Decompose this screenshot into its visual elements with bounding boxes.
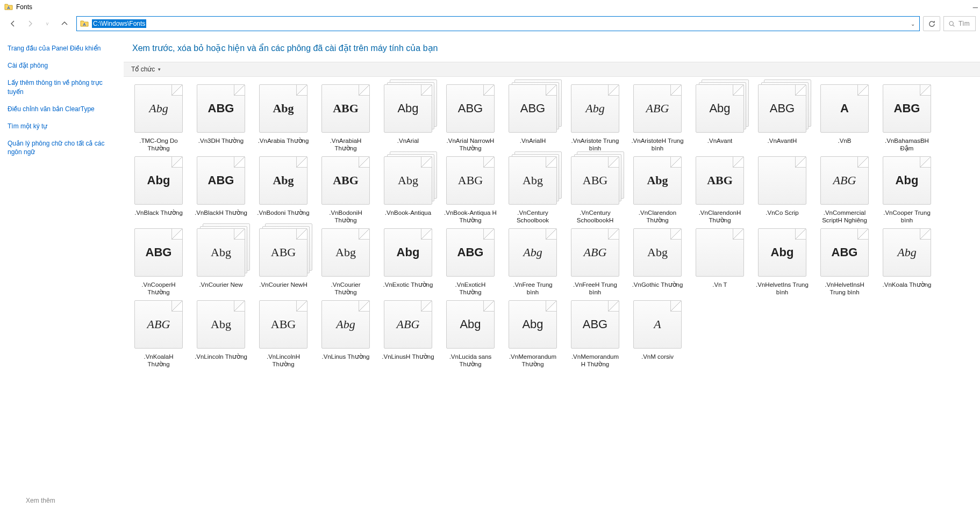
organize-button[interactable]: Tổ chức ▼	[131, 66, 161, 73]
address-bar[interactable]: A C:\Windows\Fonts ⌄	[76, 16, 920, 31]
font-item[interactable]: .Vn T	[693, 228, 746, 297]
search-input[interactable]: Tìm	[943, 16, 976, 31]
font-item[interactable]: ABG.Vn3DH Thường	[195, 84, 247, 153]
font-thumbnail: ABG	[134, 228, 183, 277]
font-item[interactable]: ABG.VnExoticH Thường	[444, 228, 497, 297]
recent-dropdown-icon[interactable]: v	[42, 18, 53, 29]
font-thumbnail: ABG	[134, 300, 183, 349]
font-item[interactable]: ABG.VnKoalaH Thường	[132, 300, 185, 369]
font-item[interactable]: Abg.VnKoala Thường	[881, 228, 933, 297]
font-item[interactable]: A.VnM corsiv	[631, 300, 684, 369]
sidebar-item[interactable]: Lấy thêm thông tin về phông trực tuyến	[8, 78, 116, 96]
font-label: .VnMemorandum Thường	[506, 353, 559, 369]
sidebar-item[interactable]: Trang đầu của Panel Điều khiển	[8, 44, 116, 53]
font-item[interactable]: ABG.VnBook-Antiqua H Thường	[444, 156, 497, 225]
font-thumbnail: ABG	[571, 156, 619, 205]
font-item[interactable]: ABG.VnFreeH Trung bình	[569, 228, 621, 297]
titlebar: A Fonts ─	[0, 0, 980, 14]
font-item[interactable]: Abg.VnAvant	[693, 84, 746, 153]
font-label: .VnFree Trung bình	[506, 281, 559, 297]
font-item[interactable]: Abg.VnBook-Antiqua	[382, 156, 434, 225]
font-item[interactable]: Abg.VnExotic Thường	[382, 228, 434, 297]
font-preview-text: Abg	[397, 245, 420, 259]
dogear-icon	[359, 229, 369, 240]
font-item[interactable]: Abg.VnCooper Trung bình	[881, 156, 933, 225]
font-item[interactable]: Abg.VnHelvetIns Trung bình	[756, 228, 809, 297]
font-thumbnail	[696, 228, 744, 277]
font-item[interactable]: Abg.VnFree Trung bình	[506, 228, 559, 297]
font-label: .VnBlack Thường	[134, 209, 183, 225]
address-path[interactable]: C:\Windows\Fonts	[92, 19, 146, 28]
font-item[interactable]: Abg.VnArabia Thường	[257, 84, 310, 153]
font-item[interactable]: Abg.VnArial	[382, 84, 434, 153]
font-thumbnail: ABG	[820, 156, 869, 205]
font-label: .VnArial NarrowH Thường	[444, 137, 497, 153]
sidebar-item[interactable]: Quản lý phông chữ cho tất cả các ngôn ng…	[8, 139, 116, 156]
font-item[interactable]: Abg.VnLincoln Thường	[195, 300, 247, 369]
font-item[interactable]: Abg.VnClarendon Thường	[631, 156, 684, 225]
font-label: .VnBodoni Thường	[257, 209, 309, 225]
font-item[interactable]: ABG.VnBlackH Thường	[195, 156, 247, 225]
font-label: .VnBook-Antiqua	[385, 209, 431, 225]
font-preview-text: Abg	[460, 317, 481, 331]
font-item[interactable]: ABG.VnCooperH Thường	[132, 228, 185, 297]
font-preview-text: Abg	[523, 173, 543, 187]
dogear-icon	[171, 85, 182, 96]
font-item[interactable]: Abg.VnBlack Thường	[132, 156, 185, 225]
refresh-button[interactable]	[923, 16, 940, 31]
font-item[interactable]: Abg.TMC-Ong Do Thường	[132, 84, 185, 153]
forward-button[interactable]	[25, 18, 35, 29]
font-preview-text: ABG	[520, 102, 545, 115]
font-item[interactable]: ABG.VnAvantH	[756, 84, 809, 153]
font-item[interactable]: ABG.VnBahamasBH Đậm	[881, 84, 933, 153]
font-thumbnail: ABG	[571, 300, 619, 349]
font-preview-text: ABG	[583, 173, 607, 187]
sidebar-item[interactable]: Cài đặt phông	[8, 61, 116, 70]
font-item[interactable]: ABG.VnBodoniH Thường	[319, 156, 372, 225]
font-label: .VnCourier NewH	[259, 281, 307, 297]
font-label: .VnArial	[397, 137, 419, 153]
address-dropdown-icon[interactable]: ⌄	[906, 21, 919, 27]
dogear-icon	[421, 85, 432, 96]
font-preview-text: Abg	[211, 245, 231, 259]
font-item[interactable]: ABG.VnAristoteH Trung bình	[631, 84, 684, 153]
font-label: .VnLucida sans Thường	[444, 353, 497, 369]
font-label: .VnKoalaH Thường	[132, 353, 185, 369]
sidebar: Trang đầu của Panel Điều khiển Cài đặt p…	[0, 35, 124, 514]
nav-row: v A C:\Windows\Fonts ⌄ Tìm	[0, 14, 980, 35]
dogear-icon	[670, 301, 681, 312]
font-item[interactable]: Abg.VnCentury Schoolbook	[506, 156, 559, 225]
search-placeholder: Tìm	[958, 20, 970, 27]
font-item[interactable]: ABG.VnHelvetInsH Trung bình	[818, 228, 871, 297]
font-item[interactable]: .VnCo Scrip	[756, 156, 809, 225]
back-button[interactable]	[8, 18, 18, 29]
font-item[interactable]: ABG.VnCourier NewH	[257, 228, 310, 297]
font-label: .Vn T	[712, 281, 727, 297]
font-item[interactable]: ABG.VnArialH	[506, 84, 559, 153]
font-item[interactable]: A.VnB	[818, 84, 871, 153]
font-item[interactable]: Abg.VnAristote Trung bình	[569, 84, 621, 153]
up-button[interactable]	[59, 18, 70, 29]
font-item[interactable]: Abg.VnGothic Thường	[631, 228, 684, 297]
font-item[interactable]: Abg.VnLucida sans Thường	[444, 300, 497, 369]
font-item[interactable]: ABG.VnMemorandum H Thường	[569, 300, 621, 369]
font-item[interactable]: ABG.VnLinusH Thường	[382, 300, 434, 369]
font-item[interactable]: Abg.VnCourier New	[195, 228, 247, 297]
font-item[interactable]: Abg.VnBodoni Thường	[257, 156, 310, 225]
font-item[interactable]: ABG.VnArial NarrowH Thường	[444, 84, 497, 153]
font-item[interactable]: ABG.VnArabiaH Thường	[319, 84, 372, 153]
font-label: .VnAvantH	[768, 137, 797, 153]
font-item[interactable]: Abg.VnMemorandum Thường	[506, 300, 559, 369]
sidebar-item[interactable]: Tìm một ký tự	[8, 122, 116, 131]
font-label: .VnCentury SchoolbookH	[569, 209, 621, 225]
font-item[interactable]: ABG.VnLincolnH Thường	[257, 300, 310, 369]
font-item[interactable]: ABG.VnCommercial ScriptH Nghiêng	[818, 156, 871, 225]
dogear-icon	[359, 301, 369, 312]
font-item[interactable]: Abg.VnLinus Thường	[319, 300, 372, 369]
sidebar-item[interactable]: Điều chỉnh văn bản ClearType	[8, 105, 116, 113]
font-item[interactable]: Abg.VnCourier Thường	[319, 228, 372, 297]
font-preview-text: Abg	[147, 173, 170, 187]
font-item[interactable]: ABG.VnClarendonH Thường	[693, 156, 746, 225]
font-item[interactable]: ABG.VnCentury SchoolbookH	[569, 156, 621, 225]
minimize-button[interactable]: ─	[973, 3, 978, 11]
